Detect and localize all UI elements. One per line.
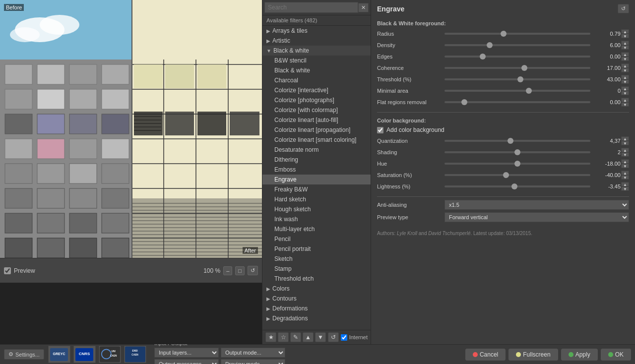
- spinner-up-quantization[interactable]: ▲: [621, 136, 629, 141]
- settings-btn[interactable]: ⚙ Settings...: [4, 349, 44, 360]
- param-slider-container-radius: [444, 30, 590, 38]
- spinner-up-saturation[interactable]: ▲: [621, 171, 629, 175]
- param-slider-coherence[interactable]: [444, 67, 590, 69]
- before-label: Before: [4, 4, 24, 11]
- param-slider-lightness[interactable]: [444, 185, 590, 187]
- apply-btn[interactable]: Apply: [561, 349, 598, 361]
- output-mode-dropdown[interactable]: Output mode...: [221, 348, 285, 358]
- note-btn[interactable]: ✎: [290, 332, 301, 342]
- spinner-down-edges[interactable]: ▼: [621, 57, 629, 61]
- filter-stamp[interactable]: Stamp: [262, 264, 371, 274]
- category-deformations[interactable]: ▶ Deformations: [262, 303, 371, 313]
- spinner-up-radius[interactable]: ▲: [621, 29, 629, 34]
- panel-refresh-btn[interactable]: ↺: [618, 4, 629, 13]
- param-slider-edges[interactable]: [444, 56, 590, 58]
- filter-pencil-portrait[interactable]: Pencil portrait: [262, 244, 371, 254]
- filter-charcoal[interactable]: Charcoal: [262, 75, 371, 85]
- internet-checkbox[interactable]: [341, 334, 347, 341]
- category-colors[interactable]: ▶ Colors: [262, 284, 371, 294]
- filter-black-white[interactable]: Black & white: [262, 65, 371, 75]
- spinner-down-saturation[interactable]: ▼: [621, 175, 629, 180]
- param-slider-threshold[interactable]: [444, 78, 590, 80]
- sort-desc-btn[interactable]: ▼: [315, 332, 326, 342]
- filter-emboss[interactable]: Emboss: [262, 165, 371, 175]
- filter-sketch[interactable]: Sketch: [262, 254, 371, 264]
- category-black-white[interactable]: ▼ Black & white: [262, 46, 371, 56]
- param-slider-quantization[interactable]: [444, 140, 590, 142]
- spinner-up-shading[interactable]: ▲: [621, 148, 629, 152]
- output-messages-dropdown[interactable]: Output messages...: [154, 359, 219, 364]
- spinner-up-minimal-area[interactable]: ▲: [621, 86, 629, 91]
- param-slider-radius[interactable]: [444, 33, 590, 35]
- filter-colorize-autofill[interactable]: Colorize lineart [auto-fill]: [262, 115, 371, 125]
- zoom-reset-btn[interactable]: ↺: [248, 266, 258, 275]
- param-slider-density[interactable]: [444, 44, 590, 46]
- category-degradations[interactable]: ▶ Degradations: [262, 313, 371, 323]
- spinner-down-hue[interactable]: ▼: [621, 164, 629, 168]
- category-artistic[interactable]: ▶ Artistic: [262, 36, 371, 46]
- spinner-down-threshold[interactable]: ▼: [621, 79, 629, 84]
- filter-hard-sketch[interactable]: Hard sketch: [262, 194, 371, 204]
- spinner-up-hue[interactable]: ▲: [621, 159, 629, 164]
- category-contours[interactable]: ▶ Contours: [262, 294, 371, 303]
- category-artistic-label: Artistic: [272, 37, 290, 44]
- filter-pencil[interactable]: Pencil: [262, 234, 371, 244]
- spinner-down-coherence[interactable]: ▼: [621, 68, 629, 72]
- ok-btn[interactable]: OK: [601, 349, 631, 361]
- zoom-minus-btn[interactable]: –: [223, 266, 232, 275]
- spinner-up-flat-regions[interactable]: ▲: [621, 98, 629, 102]
- preview-mode-dropdown[interactable]: Preview mode...: [221, 359, 285, 364]
- search-clear-btn[interactable]: ✕: [358, 3, 369, 12]
- spinner-down-lightness[interactable]: ▼: [621, 186, 629, 191]
- fullscreen-btn[interactable]: Fullscreen: [508, 349, 558, 361]
- filter-colorize-interactive[interactable]: Colorize [interactive]: [262, 85, 371, 95]
- spinner-down-flat-regions[interactable]: ▼: [621, 102, 629, 107]
- spinner-down-quantization[interactable]: ▼: [621, 141, 629, 145]
- spinner-down-minimal-area[interactable]: ▼: [621, 91, 629, 95]
- spinner-up-density[interactable]: ▲: [621, 41, 629, 45]
- filter-colorize-propagation[interactable]: Colorize lineart [propagation]: [262, 125, 371, 135]
- filter-threshold-etch[interactable]: Threshold etch: [262, 274, 371, 284]
- anti-aliasing-dropdown[interactable]: None x1.5 x2 x3: [444, 200, 629, 210]
- svg-rect-59: [134, 64, 163, 88]
- input-layers-dropdown[interactable]: Input layers...: [154, 348, 219, 358]
- spinner-up-edges[interactable]: ▲: [621, 52, 629, 57]
- filter-engrave[interactable]: Engrave: [262, 175, 371, 184]
- filter-colorize-smart[interactable]: Colorize lineart [smart coloring]: [262, 135, 371, 145]
- filter-desaturate-norm[interactable]: Desaturate norm: [262, 145, 371, 155]
- filter-bw-stencil[interactable]: B&W stencil: [262, 56, 371, 65]
- param-spinner-lightness: ▲ ▼: [621, 182, 629, 191]
- filter-hough-sketch[interactable]: Hough sketch: [262, 204, 371, 214]
- zoom-fit-btn[interactable]: □: [235, 266, 245, 275]
- param-slider-hue[interactable]: [444, 163, 590, 165]
- spinner-up-threshold[interactable]: ▲: [621, 75, 629, 79]
- filter-dithering[interactable]: Dithering: [262, 155, 371, 165]
- param-slider-saturation[interactable]: [444, 174, 590, 176]
- spinner-down-radius[interactable]: ▼: [621, 34, 629, 38]
- param-slider-shading[interactable]: [444, 151, 590, 153]
- filter-multi-layer-etch[interactable]: Multi-layer etch: [262, 224, 371, 234]
- param-slider-container-threshold: [444, 75, 590, 83]
- filter-colorize-photographs[interactable]: Colorize [photographs]: [262, 95, 371, 105]
- spinner-up-coherence[interactable]: ▲: [621, 63, 629, 68]
- param-slider-container-edges: [444, 53, 590, 61]
- refresh-btn[interactable]: ↺: [328, 332, 339, 342]
- category-arrays-tiles[interactable]: ▶ Arrays & tiles: [262, 26, 371, 36]
- filter-colorize-colormap[interactable]: Colorize [with colormap]: [262, 105, 371, 115]
- add-color-bg-checkbox[interactable]: [377, 127, 383, 133]
- spinner-down-density[interactable]: ▼: [621, 45, 629, 50]
- param-value-shading: 2: [593, 149, 621, 155]
- filter-ink-wash[interactable]: Ink wash: [262, 214, 371, 224]
- preview-checkbox[interactable]: [4, 267, 11, 274]
- search-input[interactable]: [264, 2, 358, 13]
- param-value-threshold: 43.00: [593, 76, 621, 82]
- filter-freaky-bw[interactable]: Freaky B&W: [262, 184, 371, 194]
- param-slider-flat-regions[interactable]: [444, 101, 590, 103]
- sort-asc-btn[interactable]: ▲: [303, 332, 314, 342]
- preview-type-dropdown[interactable]: Full Forward vertical Forward horizontal…: [444, 212, 629, 222]
- cancel-btn[interactable]: Cancel: [465, 349, 506, 361]
- preview-type-label: Preview type: [377, 214, 442, 220]
- spinner-up-lightness[interactable]: ▲: [621, 182, 629, 186]
- param-slider-minimal-area[interactable]: [444, 90, 590, 92]
- spinner-down-shading[interactable]: ▼: [621, 152, 629, 157]
